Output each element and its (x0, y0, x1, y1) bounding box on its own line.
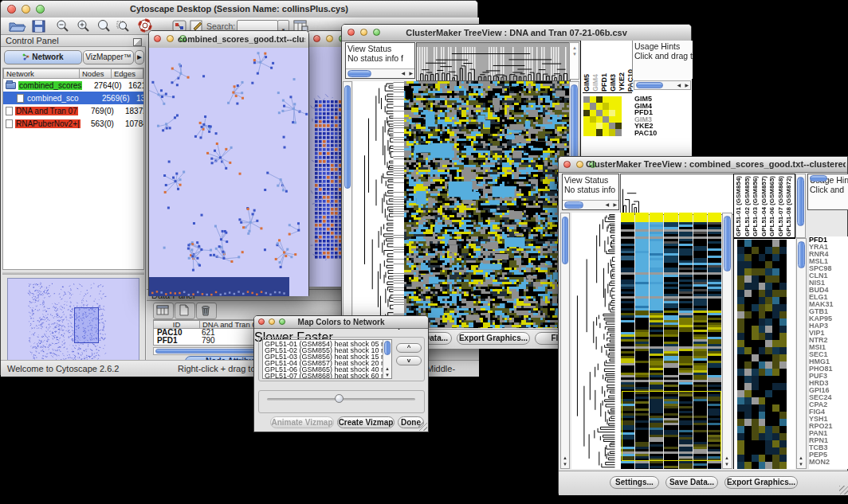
close-button[interactable] (563, 161, 571, 168)
scroll-down-icon[interactable]: ▼ (799, 462, 803, 467)
move-up-button[interactable]: ^ (396, 343, 422, 353)
close-button[interactable] (313, 35, 320, 42)
network-table-row[interactable]: combined_scores2764(0)16218(0) (3, 79, 143, 92)
col-header-edges[interactable]: Edges (112, 68, 143, 79)
animate-vizmap-button[interactable]: Animate Vizmap (270, 416, 334, 428)
tv2-column-label: GPL51-04 (GSM857) (760, 176, 769, 236)
scroll-up-icon[interactable]: ▲ (563, 455, 567, 461)
main-title-bar[interactable]: Cytoscape Desktop (Session Name: collins… (1, 1, 477, 18)
scroll-up-icon[interactable]: ▲ (724, 455, 729, 461)
zoom-in-icon[interactable] (74, 18, 93, 34)
tv1-left-vscrollbar[interactable]: ▲ ▼ (343, 81, 352, 329)
scroll-right-icon[interactable]: ▶ (613, 202, 617, 208)
scroll-left-icon[interactable]: ◀ (401, 71, 405, 76)
tv1-mini-cell (603, 123, 609, 129)
tv2-column-label: GPL51-06 (GSM865) (768, 176, 777, 236)
tv1-row-dendrogram[interactable] (353, 81, 404, 328)
panel-divider[interactable] (2, 272, 144, 275)
tv2-settings-button[interactable]: Settings... (610, 476, 659, 489)
attribute-list-item[interactable]: GPL51-04 (GSM857) heat shock 20 min (265, 360, 391, 366)
col-header-network[interactable]: Network (3, 68, 80, 79)
tv2-left-vscrollbar[interactable]: ▲ ▼ (560, 213, 570, 469)
tv2-column-dendrogram[interactable] (620, 174, 734, 215)
scroll-down-icon[interactable]: ▼ (563, 462, 567, 467)
tv2-status-hscrollbar[interactable]: ◀ ▶ (563, 200, 618, 209)
zoom-out-icon[interactable] (53, 18, 73, 34)
attribute-list-item[interactable]: GPL51-02 (GSM855) heat shock 10 min (265, 347, 391, 354)
delete-attribute-icon[interactable] (196, 303, 217, 319)
tv2-heatmap[interactable] (621, 213, 722, 469)
scroll-down-icon[interactable]: ▼ (724, 462, 729, 467)
zoom-fit-icon[interactable] (95, 18, 114, 34)
network-window-title-bar[interactable]: combined_scores_good.txt--cluste... (149, 31, 308, 49)
minimize-button[interactable] (576, 161, 583, 168)
tv2-labels-vscrollbar[interactable] (795, 174, 806, 238)
save-session-icon[interactable] (29, 18, 49, 34)
tiny-up-icon[interactable]: ▲ (572, 45, 577, 51)
tv1-export-graphics-button[interactable]: Export Graphics... (457, 332, 530, 345)
tv2-save-data-button[interactable]: Save Data... (665, 476, 718, 489)
scroll-left-icon[interactable]: ◀ (677, 83, 681, 88)
attribute-list-item[interactable]: GPL51-03 (GSM856) heat shock 15 min (265, 354, 391, 360)
tv1-heatmap[interactable] (404, 81, 569, 328)
tv1-gene-label: PAC10 (634, 130, 657, 137)
birdseye-view[interactable] (7, 278, 139, 363)
tv1-status-hscrollbar[interactable]: ◀ ▶ (346, 68, 414, 78)
network-view[interactable] (149, 48, 308, 296)
attribute-listbox[interactable]: GPL51-01 (GSM854) heat shock 05 minGPL51… (262, 339, 392, 379)
minimize-button[interactable] (269, 318, 275, 325)
tv2-export-graphics-label: Export Graphics... (727, 478, 795, 486)
create-vizmap-button[interactable]: Create Vizmap (337, 416, 395, 428)
treeview1-title-bar[interactable]: ClusterMaker TreeView : DNA and Tran 07-… (342, 25, 691, 41)
scroll-left-icon[interactable]: ◀ (605, 202, 609, 208)
network-table-row[interactable]: combined_sco2569(6)13112(15) (3, 92, 143, 104)
treeview2-title-bar[interactable]: ClusterMaker TreeView : combined_scores_… (559, 157, 847, 173)
close-button[interactable] (154, 35, 161, 42)
col-header-nodes[interactable]: Nodes (80, 68, 112, 79)
tv2-export-graphics-button[interactable]: Export Graphics... (724, 476, 798, 489)
tab-overflow-button[interactable]: ▶ (135, 50, 144, 64)
minimize-button[interactable] (167, 35, 174, 42)
tv2-cluster-vscrollbar[interactable]: ▲ ▼ (796, 238, 807, 469)
tv2-heatmap-vscrollbar[interactable]: ▲ ▼ (722, 213, 732, 469)
scroll-right-icon[interactable]: ▶ (409, 71, 413, 76)
network-table-row[interactable]: RNAPuberNov2+|563(0)107847(0) (3, 117, 143, 130)
tv1-hints-hscrollbar[interactable]: ◀ ▶ (634, 80, 691, 90)
network-window-title: combined_scores_good.txt--cluste... (178, 34, 305, 44)
attribute-list-item[interactable]: GPL51-01 (GSM854) heat shock 05 min (265, 341, 391, 347)
treeview1-title: ClusterMaker TreeView : DNA and Tran 07-… (364, 28, 669, 37)
tv2-row-dendrogram[interactable] (571, 213, 621, 469)
attribute-list-item[interactable]: GPL51-06 (GSM865) heat shock 40 min (265, 366, 391, 373)
attribute-list-item[interactable]: GPL51-07 (GSM868) heat shock 60 min (265, 373, 391, 379)
animation-speed-slider[interactable] (335, 394, 344, 403)
scroll-down-icon[interactable]: ▼ (385, 373, 390, 378)
attribute-row-id: PFD1 (154, 337, 202, 345)
scroll-right-icon[interactable]: ▶ (685, 83, 689, 88)
file-icon (6, 119, 13, 128)
close-button[interactable] (258, 318, 265, 325)
float-panel-icon[interactable] (133, 38, 142, 46)
tv2-cluster-heatmap[interactable] (737, 240, 787, 469)
tv1-mini-heatmap[interactable] (583, 96, 622, 136)
resize-grip[interactable] (839, 486, 848, 494)
tv2-column-label: GPL51-01 (GSM854) (735, 176, 744, 236)
move-down-button[interactable]: v (396, 356, 422, 365)
resize-grip[interactable] (418, 422, 427, 431)
tiny-down-icon[interactable]: ▼ (572, 52, 577, 57)
scroll-up-icon[interactable]: ▲ (385, 366, 390, 372)
new-attribute-icon[interactable] (175, 303, 195, 319)
tab-network[interactable]: Network (4, 50, 82, 64)
minimize-button[interactable] (326, 35, 333, 42)
zoom-selected-icon[interactable] (114, 18, 133, 34)
network-table-row[interactable]: DNA and Tran 07769(0)183728(0) (3, 104, 143, 117)
close-button[interactable] (347, 29, 355, 36)
attribute-list-vscrollbar[interactable]: ▲ ▼ (383, 340, 391, 378)
scroll-up-icon[interactable]: ▲ (799, 455, 803, 461)
select-attributes-icon[interactable] (153, 303, 174, 319)
close-button[interactable] (7, 5, 16, 14)
create-vizmap-label: Create Vizmap (339, 418, 394, 427)
tv1-column-dendrogram[interactable] (416, 42, 571, 81)
open-session-icon[interactable] (7, 18, 26, 34)
dialog-title-bar[interactable]: Map Colors to Network (254, 316, 428, 329)
tab-vizmapper[interactable]: VizMapper™ (83, 50, 134, 64)
